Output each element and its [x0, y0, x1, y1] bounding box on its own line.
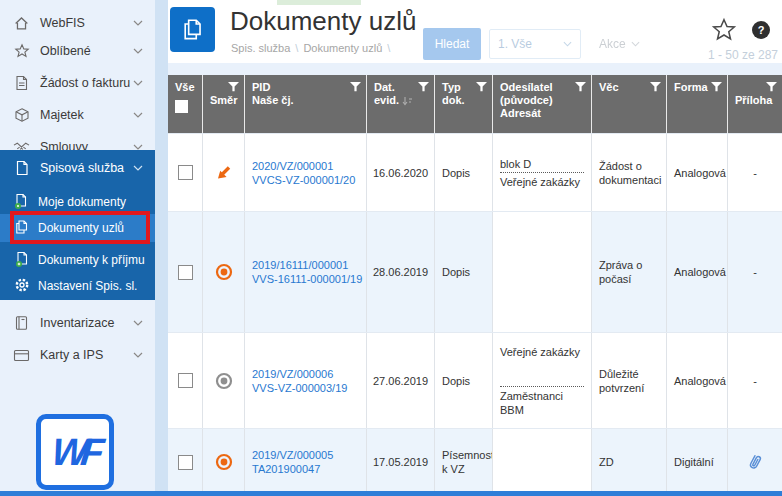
breadcrumb: Spis. služba\Dokumenty uzlů\: [231, 42, 395, 54]
document-icon: [13, 160, 30, 177]
sender-cell: blok D Veřejné zakázky: [493, 134, 592, 211]
sidebar-item-label: Majetek: [40, 108, 84, 122]
chevron-down-icon: [133, 112, 143, 118]
sender-cell: [493, 429, 592, 495]
sender-cell: [493, 212, 592, 332]
filter-icon[interactable]: [350, 82, 361, 95]
chevron-down-icon: [133, 20, 143, 26]
table-row[interactable]: 2019/VZ/000005 TA201900047 17.05.2019 Pí…: [168, 428, 782, 495]
column-header-all[interactable]: Vše: [168, 75, 203, 133]
date-value: 17.05.2019: [373, 455, 428, 469]
pid-cell: 2019/VZ/000005 TA201900047: [245, 429, 367, 495]
table-header-row: Vše Směr PID Naše čj. Dat. evid.: [168, 75, 782, 133]
cj-link[interactable]: VVCS-VZ-000001/20: [252, 173, 359, 187]
sidebar-item-majetek[interactable]: Majetek: [0, 100, 155, 130]
sender-addressee-divider: [500, 172, 584, 173]
paperclip-icon[interactable]: [743, 449, 767, 474]
filter-icon[interactable]: [418, 82, 429, 95]
column-header-subject[interactable]: Věc: [592, 75, 667, 133]
addressee-value: Veřejné zakázky: [500, 175, 584, 189]
pid-link[interactable]: 2019/VZ/000005: [252, 448, 359, 462]
sidebar-item-nastaveni-spis-sl[interactable]: Nastavení Spis. sl.: [0, 272, 155, 299]
direction-cell: [203, 134, 245, 211]
sidebar-item-zadost-o-fakturu[interactable]: Žádost o fakturu: [0, 68, 155, 98]
column-label: Adresát: [500, 107, 586, 120]
breadcrumb-item[interactable]: Spis. služba: [231, 42, 290, 54]
filter-icon[interactable]: [711, 82, 722, 95]
sender-spacer: [500, 359, 584, 385]
sidebar-item-oblibene[interactable]: Oblíbené: [0, 36, 155, 66]
documents-receive-icon: [14, 251, 30, 269]
attachment-value: -: [753, 166, 757, 180]
form-cell: Analogová: [667, 333, 728, 428]
doc-type-cell: Písemnost k VZ: [435, 429, 493, 495]
row-checkbox[interactable]: [178, 265, 193, 280]
view-select[interactable]: 1. Vše: [489, 29, 581, 59]
page-icon-tile: [170, 7, 215, 52]
cj-link[interactable]: VVS-VZ-000003/19: [252, 381, 359, 395]
bottom-accent-bar: [0, 491, 782, 496]
sidebar-item-karty-a-ips[interactable]: Karty a IPS: [0, 340, 155, 370]
sidebar-item-inventarizace[interactable]: Inventarizace: [0, 308, 155, 338]
form-cell: Digitální: [667, 429, 728, 495]
table-row[interactable]: 2019/VZ/000006 VVS-VZ-000003/19 27.06.20…: [168, 332, 782, 428]
subject-cell: Důležité potvrzení: [592, 333, 667, 428]
pid-link[interactable]: 2020/VZ/000001: [252, 159, 359, 173]
search-button[interactable]: Hledat: [423, 28, 481, 60]
chevron-down-icon: [133, 165, 143, 171]
sidebar-item-label: Karty a IPS: [40, 348, 103, 362]
column-header-sender[interactable]: Odesílatel (původce) Adresát: [493, 75, 592, 133]
doc-type-value: Písemnost k VZ: [442, 448, 485, 476]
direction-cell: [203, 429, 245, 495]
filter-icon[interactable]: [766, 82, 777, 95]
sender-cell: Veřejné zakázky Zaměstnanci BBM: [493, 333, 592, 428]
column-label: Směr: [210, 94, 239, 107]
column-header-doc-type[interactable]: Typ dok.: [435, 75, 493, 133]
row-checkbox[interactable]: [178, 165, 193, 180]
pid-link[interactable]: 2019/VZ/000006: [252, 367, 359, 381]
column-header-attachment[interactable]: Příloha: [728, 75, 782, 133]
sidebar-item-spisova-sluzba[interactable]: Spisová služba: [0, 153, 155, 183]
filter-icon[interactable]: [575, 82, 586, 95]
checkbox-cell: [168, 429, 203, 495]
column-header-direction[interactable]: Směr: [203, 75, 245, 133]
column-header-pid[interactable]: PID Naše čj.: [245, 75, 367, 133]
select-all-checkbox[interactable]: [175, 100, 188, 113]
actions-button[interactable]: Akce: [599, 37, 640, 51]
filter-icon[interactable]: [228, 82, 239, 95]
documents-copy-icon: [180, 17, 206, 43]
pid-link[interactable]: 2019/16111/000001: [252, 258, 359, 272]
documents-copy-icon: [14, 219, 30, 237]
filter-icon[interactable]: [650, 82, 661, 95]
sidebar-item-label: Moje dokumenty: [38, 195, 126, 209]
filter-icon[interactable]: [476, 82, 487, 95]
sidebar-item-label: Inventarizace: [40, 316, 114, 330]
breadcrumb-separator: \: [387, 42, 390, 54]
row-checkbox[interactable]: [178, 455, 193, 470]
column-label: Příloha: [735, 94, 777, 107]
breadcrumb-separator: \: [295, 42, 298, 54]
help-icon[interactable]: ?: [752, 21, 770, 39]
sidebar-item-label: Dokumenty k příjmu: [38, 253, 145, 267]
sidebar-item-webfis[interactable]: WebFIS: [0, 8, 155, 38]
breadcrumb-item[interactable]: Dokumenty uzlů: [303, 42, 382, 54]
webfis-logo-text: WF: [50, 431, 100, 474]
sidebar-item-moje-dokumenty[interactable]: Moje dokumenty: [0, 188, 155, 215]
sidebar-item-dokumenty-k-prijmu[interactable]: Dokumenty k příjmu: [0, 246, 155, 273]
sidebar-item-dokumenty-uzlu[interactable]: Dokumenty uzlů: [0, 214, 155, 242]
date-cell: 28.06.2019: [367, 212, 435, 332]
table-row[interactable]: 2019/16111/000001 VVS-16111-000001/19 28…: [168, 211, 782, 332]
column-label: evid.: [374, 94, 399, 106]
invoice-icon: [13, 75, 30, 92]
cj-link[interactable]: TA201900047: [252, 462, 359, 476]
table-row[interactable]: 2020/VZ/000001 VVCS-VZ-000001/20 16.06.2…: [168, 133, 782, 211]
attachment-value: -: [753, 374, 757, 388]
column-header-form[interactable]: Forma: [667, 75, 728, 133]
cj-link[interactable]: VVS-16111-000001/19: [252, 272, 359, 286]
favorite-star-icon[interactable]: [711, 17, 737, 43]
row-checkbox[interactable]: [178, 373, 193, 388]
pid-cell: 2020/VZ/000001 VVCS-VZ-000001/20: [245, 134, 367, 211]
sort-descending-icon[interactable]: [402, 96, 413, 109]
sidebar-item-label: Nastavení Spis. sl.: [38, 279, 137, 293]
column-header-date[interactable]: Dat. evid.: [367, 75, 435, 133]
